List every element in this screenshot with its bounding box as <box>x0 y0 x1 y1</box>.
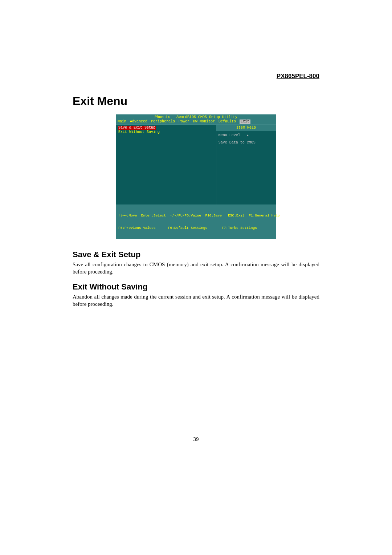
bios-footer-line1: ↑↓→←:Move Enter:Select +/-/PU/PD:Value F… <box>118 214 274 218</box>
section-body-exit-without-saving: Abandon all changes made during the curr… <box>73 293 319 308</box>
bios-tab-bar: Main Advanced Peripherals Power HW Monit… <box>116 119 276 125</box>
product-name-header: PX865PEL-800 <box>73 73 319 80</box>
bios-menu-item-save-exit[interactable]: Save & Exit Setup <box>118 126 156 130</box>
bios-right-panel: Item Help Menu Level ▸ Save Data to CMOS <box>216 125 276 204</box>
bios-title-bar: Phoenix - AwardBIOS CMOS Setup Utility <box>116 114 276 119</box>
bios-footer-line2: F5:Previous Values F6:Default Settings F… <box>118 226 274 230</box>
bios-tab-power[interactable]: Power <box>179 119 189 124</box>
bios-tab-advanced[interactable]: Advanced <box>130 119 147 124</box>
bios-tab-exit[interactable]: Exit <box>240 119 250 124</box>
bios-help-menu-level: Menu Level ▸ <box>219 133 274 138</box>
page-footer: 39 <box>73 434 319 442</box>
bios-screenshot: Phoenix - AwardBIOS CMOS Setup Utility M… <box>116 114 276 239</box>
section-heading-save-exit: Save & Exit Setup <box>73 250 319 259</box>
page-number: 39 <box>193 436 199 442</box>
bios-left-panel: Save & Exit Setup Exit Without Saving <box>116 125 216 204</box>
bios-menu-item-exit-without-saving[interactable]: Exit Without Saving <box>118 130 160 134</box>
section-heading-exit-without-saving: Exit Without Saving <box>73 282 319 292</box>
bios-tab-peripherals[interactable]: Peripherals <box>151 119 175 124</box>
page-title: Exit Menu <box>73 94 319 108</box>
section-body-save-exit: Save all configuration changes to CMOS (… <box>73 261 319 276</box>
bios-help-body: Menu Level ▸ Save Data to CMOS <box>216 131 276 204</box>
bios-tab-defaults[interactable]: Defaults <box>219 119 236 124</box>
bios-body: Save & Exit Setup Exit Without Saving It… <box>116 125 276 204</box>
bios-footer: ↑↓→←:Move Enter:Select +/-/PU/PD:Value F… <box>116 204 276 239</box>
bios-help-description: Save Data to CMOS <box>219 141 274 145</box>
bios-help-header: Item Help <box>216 125 276 131</box>
bios-tab-main[interactable]: Main <box>118 119 126 124</box>
bios-tab-hwmonitor[interactable]: HW Monitor <box>193 119 215 124</box>
